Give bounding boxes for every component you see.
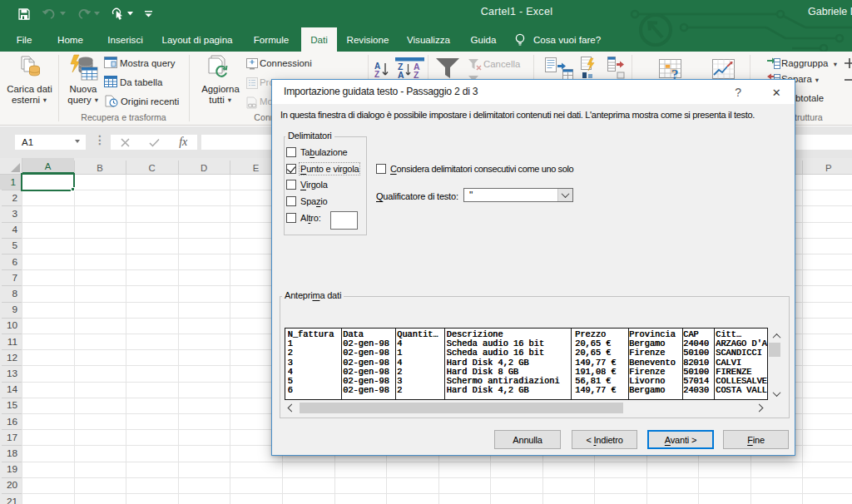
column-header-D[interactable]: D xyxy=(178,158,230,174)
carica-dati-esterni-button[interactable]: Carica dati esterni ▾ xyxy=(4,84,55,106)
annulla-button[interactable]: Annulla xyxy=(494,430,561,449)
tab-home[interactable]: Home xyxy=(47,27,93,52)
dialog-help-button[interactable]: ? xyxy=(729,83,747,101)
preview-scroll-right[interactable] xyxy=(755,403,763,413)
row-header-18[interactable]: 18 xyxy=(0,445,22,461)
undo-icon[interactable] xyxy=(42,8,57,20)
cancel-icon[interactable] xyxy=(121,138,130,147)
preview-scroll-left[interactable] xyxy=(287,403,295,413)
tab-dati[interactable]: Dati xyxy=(301,27,337,52)
show-queries-icon[interactable] xyxy=(104,57,117,68)
checkbox-row-spazio[interactable]: Spazio xyxy=(286,196,327,206)
dialog-close-button[interactable]: ✕ xyxy=(765,83,788,101)
preview-hscroll-thumb[interactable] xyxy=(300,403,623,413)
row-header-1[interactable]: 1 xyxy=(0,174,22,190)
customize-qat-icon[interactable] xyxy=(145,11,152,17)
tab-layout-di-pagina[interactable]: Layout di pagina xyxy=(155,27,240,52)
spazio-checkbox[interactable] xyxy=(286,196,296,206)
column-header-A[interactable]: A xyxy=(22,158,74,174)
row-header-16[interactable]: 16 xyxy=(0,413,22,429)
sort-az-icon[interactable]: A Z xyxy=(374,62,389,78)
show-detail-icon[interactable] xyxy=(844,57,852,69)
touch-mode-dropdown-icon[interactable] xyxy=(127,12,134,16)
enter-icon[interactable] xyxy=(149,138,160,147)
remove-duplicates-icon[interactable] xyxy=(607,57,626,79)
raggruppa-dropdown[interactable]: ▾ xyxy=(833,58,838,70)
tell-me-box[interactable]: Cosa vuoi fare? xyxy=(514,27,601,52)
consecutivi-checkbox[interactable] xyxy=(376,164,386,174)
punto-e-virgola-checkbox[interactable] xyxy=(286,164,296,174)
checkbox-row-consecutivi[interactable]: Considera delimitatori consecutivi come … xyxy=(376,164,573,174)
tab-visualizza[interactable]: Visualizza xyxy=(399,27,458,52)
preview-scroll-down[interactable] xyxy=(770,389,783,398)
fill-handle[interactable] xyxy=(71,187,75,191)
checkbox-row-virgola[interactable]: Virgola xyxy=(286,180,328,190)
row-header-7[interactable]: 7 xyxy=(0,269,22,285)
row-header-6[interactable]: 6 xyxy=(0,254,22,269)
new-query-icon[interactable] xyxy=(68,54,98,84)
checkbox-row-punto-e-virgola[interactable]: Punto e virgola xyxy=(286,164,359,174)
qualificatore-combobox[interactable]: " xyxy=(463,188,573,202)
redo-icon[interactable] xyxy=(77,8,91,20)
separa-dropdown[interactable]: ▾ xyxy=(815,74,820,86)
touch-mode-icon[interactable] xyxy=(111,7,123,21)
row-header-4[interactable]: 4 xyxy=(0,222,22,238)
selected-cell-A1[interactable] xyxy=(21,173,76,191)
what-if-analysis-icon[interactable]: ? xyxy=(659,59,683,80)
raggruppa-button[interactable]: Raggruppa xyxy=(781,58,828,68)
filter-icon[interactable] xyxy=(435,57,460,79)
connections-icon[interactable] xyxy=(246,58,258,70)
row-header-11[interactable]: 11 xyxy=(0,334,22,349)
row-header-3[interactable]: 3 xyxy=(0,205,22,221)
column-header-C[interactable]: C xyxy=(126,158,178,174)
column-header-B[interactable]: B xyxy=(74,158,126,174)
row-header-21[interactable]: 21 xyxy=(0,493,22,504)
virgola-checkbox[interactable] xyxy=(286,180,296,190)
forecast-sheet-icon[interactable] xyxy=(712,59,735,79)
redo-dropdown-icon[interactable] xyxy=(94,12,101,16)
row-header-8[interactable]: 8 xyxy=(0,285,22,301)
save-icon[interactable] xyxy=(18,8,30,20)
tab-revisione[interactable]: Revisione xyxy=(340,27,395,52)
text-to-columns-icon[interactable] xyxy=(545,57,573,80)
column-header-P[interactable]: P xyxy=(802,158,852,174)
insert-function-icon[interactable]: fx xyxy=(179,136,187,149)
row-header-13[interactable]: 13 xyxy=(0,365,22,381)
row-header-5[interactable]: 5 xyxy=(0,238,22,254)
tab-file[interactable]: File xyxy=(7,27,42,52)
row-header-15[interactable]: 15 xyxy=(0,398,22,413)
sort-dialog-icon[interactable]: Z A A Z xyxy=(395,57,424,78)
altro-input[interactable] xyxy=(330,211,358,230)
checkbox-row-altro[interactable]: Altro: xyxy=(286,213,321,223)
row-header-2[interactable]: 2 xyxy=(0,190,22,205)
qualificatore-dropdown[interactable] xyxy=(557,189,572,201)
select-all-corner[interactable] xyxy=(0,158,22,174)
properties-icon[interactable] xyxy=(246,77,258,89)
row-header-10[interactable]: 10 xyxy=(0,318,22,334)
fine-button[interactable]: Fine xyxy=(723,430,789,449)
edit-links-icon[interactable] xyxy=(246,96,258,109)
da-tabella-button[interactable]: Da tabella xyxy=(120,77,162,87)
aggiorna-tutti-button[interactable]: Aggiorna tutti ▾ xyxy=(201,84,240,106)
from-table-icon[interactable] xyxy=(104,76,117,87)
flash-fill-icon[interactable] xyxy=(581,57,596,79)
group-icon[interactable] xyxy=(766,57,780,70)
connessioni-button[interactable]: Connessioni xyxy=(260,58,312,68)
tab-inserisci[interactable]: Inserisci xyxy=(97,27,154,52)
row-header-9[interactable]: 9 xyxy=(0,302,22,318)
altro-checkbox[interactable] xyxy=(286,213,296,223)
mostra-query-button[interactable]: Mostra query xyxy=(120,58,175,68)
tab-formule[interactable]: Formule xyxy=(245,27,297,52)
preview-scroll-up[interactable] xyxy=(770,332,783,340)
row-header-14[interactable]: 14 xyxy=(0,382,22,398)
nuova-query-button[interactable]: Nuova query ▾ xyxy=(65,84,102,106)
hide-detail-icon[interactable] xyxy=(844,74,852,86)
tab-guida[interactable]: Guida xyxy=(463,27,503,52)
checkbox-row-tabulazione[interactable]: Tabulazione xyxy=(286,147,348,157)
name-box-dropdown-icon[interactable] xyxy=(75,140,80,143)
recent-sources-icon[interactable] xyxy=(105,95,118,107)
row-header-17[interactable]: 17 xyxy=(0,429,22,445)
get-external-data-icon[interactable] xyxy=(20,55,41,77)
origini-recenti-button[interactable]: Origini recenti xyxy=(121,96,179,106)
row-header-19[interactable]: 19 xyxy=(0,462,22,477)
